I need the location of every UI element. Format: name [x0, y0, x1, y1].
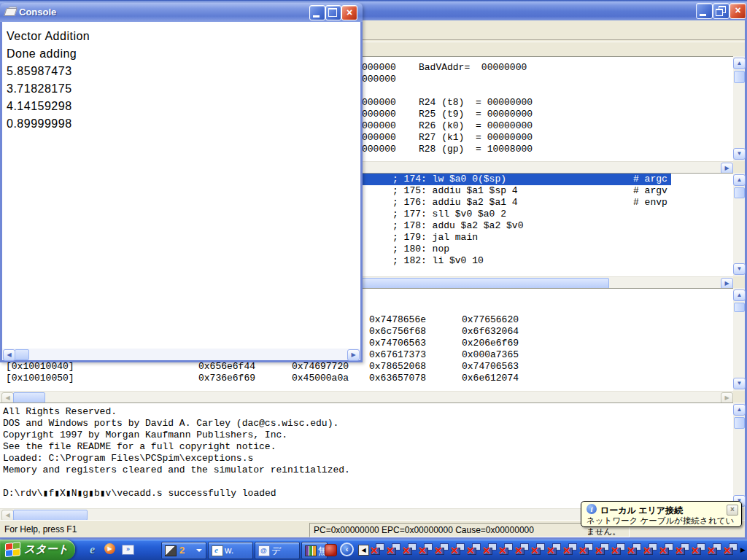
registers-vscrollbar[interactable]: ▲ ▼ — [733, 56, 745, 161]
network-disconnected-icon[interactable]: ✕ — [690, 542, 706, 557]
message-line — [3, 476, 733, 488]
taskbar-button-ie[interactable]: w. — [208, 542, 253, 559]
instruction-text: ; 175: addiu $a1 $sp 4 — [392, 185, 518, 197]
data-row: [0x10010050]0x736e6f690x45000a0a0x636570… — [0, 373, 733, 384]
console-maximize-button[interactable] — [325, 5, 341, 20]
main-restore-button[interactable] — [713, 3, 729, 19]
data-hscroll-thumb[interactable] — [13, 392, 45, 403]
message-line: Loaded: C:\Program Files\PCSpim\exceptio… — [3, 453, 733, 464]
network-disconnected-icon[interactable]: ✕ — [610, 542, 626, 557]
text-vscroll-thumb[interactable] — [734, 187, 745, 198]
desktop: × 000000 BadVAddr= 00000000000000000000 … — [0, 0, 747, 560]
taskbar-group-button-pcspim[interactable]: 2 — [161, 542, 206, 559]
console-minimize-button[interactable] — [309, 5, 325, 20]
scroll-down-icon[interactable]: ▼ — [733, 148, 746, 160]
media-player-icon[interactable]: ▶ — [104, 543, 115, 554]
console-icon — [5, 7, 16, 16]
network-disconnected-icon[interactable]: ✕ — [385, 542, 401, 557]
network-disconnected-icon[interactable]: ✕ — [369, 542, 385, 557]
task-label: デ — [271, 545, 281, 558]
main-close-button[interactable]: × — [729, 3, 746, 19]
scrollbar-corner — [733, 276, 745, 288]
start-button[interactable]: スタート — [0, 540, 75, 560]
network-disconnected-icon[interactable]: ✕ — [706, 542, 722, 557]
console-line: 3.71828175 — [7, 80, 360, 98]
data-word: 0x6f632064 — [462, 326, 519, 338]
messages-vscrollbar[interactable]: ▲ ▼ — [733, 402, 745, 508]
scroll-down-icon[interactable]: ▼ — [733, 378, 746, 389]
instruction-text: ; 180: nop — [392, 244, 449, 255]
scroll-up-icon[interactable]: ▲ — [733, 58, 746, 69]
tray-overflow-icon[interactable]: ▶ — [740, 546, 746, 553]
outlook-express-icon[interactable]: » — [122, 545, 134, 555]
data-word: 0x74706563 — [462, 361, 519, 373]
scrollbar-corner — [733, 391, 745, 402]
data-hscrollbar[interactable]: ◀ ▶ — [0, 391, 733, 403]
tray-hide-icons-chevron[interactable]: ‹ — [340, 542, 354, 556]
network-disconnected-icon[interactable]: ✕ — [642, 542, 658, 557]
scroll-left-icon[interactable]: ◀ — [3, 349, 15, 361]
message-line: D:\rdv\▮f▮X▮N▮g▮b▮v\vecadd.s successfull… — [3, 488, 733, 499]
internet-explorer-icon[interactable]: e — [86, 543, 98, 556]
message-line: Memory and registers cleared and the sim… — [3, 464, 733, 476]
task-label: w. — [225, 545, 233, 556]
taskbar-button-mail[interactable]: デ — [255, 542, 300, 559]
network-disconnected-icon[interactable]: ✕ — [594, 542, 610, 557]
messages-vscroll-thumb[interactable] — [734, 417, 745, 429]
scroll-down-icon[interactable]: ▼ — [733, 263, 746, 275]
main-minimize-button[interactable] — [696, 3, 713, 19]
balloon-close-button[interactable]: × — [727, 505, 738, 516]
group-count: 2 — [179, 545, 185, 556]
data-vscrollbar[interactable]: ▲ ▼ — [733, 288, 745, 391]
network-disconnected-icon[interactable]: ✕ — [674, 542, 690, 557]
scroll-up-icon[interactable]: ▲ — [733, 174, 746, 186]
taskbar-button-app[interactable]: 無 — [301, 542, 328, 559]
status-help-text: For Help, press F1 — [4, 524, 77, 534]
console-line: 0.89999998 — [7, 115, 360, 133]
close-icon: × — [347, 7, 352, 18]
network-disconnected-icon[interactable]: ✕ — [626, 542, 642, 557]
network-disconnected-icon[interactable]: ✕ — [417, 542, 433, 557]
network-disconnected-icon[interactable]: ✕ — [481, 542, 498, 557]
console-window: Console × Vector AdditionDone adding5.85… — [0, 3, 363, 362]
network-disconnected-icon[interactable]: ✕ — [722, 542, 738, 557]
console-hscroll-thumb[interactable] — [15, 349, 29, 360]
messages-hscroll-thumb[interactable] — [13, 510, 88, 521]
scroll-right-icon[interactable]: ▶ — [347, 349, 360, 361]
balloon-text: ネットワーク ケーブルが接続されていません。 — [587, 516, 741, 537]
instruction-text: ; 176: addiu $a2 $a1 4 — [392, 197, 518, 209]
network-disconnected-icon[interactable]: ✕ — [498, 542, 514, 557]
tray-network-icons: ✕✕✕✕✕✕✕✕✕✕✕✕✕✕✕✕✕✕✕✕✕✕✕ — [369, 542, 740, 557]
instruction-comment: # argv — [633, 185, 667, 197]
scroll-up-icon[interactable]: ▲ — [733, 289, 746, 301]
console-hscrollbar[interactable]: ◀ ▶ — [2, 349, 360, 360]
info-icon: i — [587, 504, 597, 514]
data-word: 0x74697720 — [292, 361, 349, 373]
tray-icon-red[interactable] — [325, 544, 337, 556]
network-notification-balloon: i ローカル エリア接続 × ネットワーク ケーブルが接続されていません。 — [581, 501, 742, 527]
network-disconnected-icon[interactable]: ✕ — [401, 542, 417, 557]
tray-ime-icon[interactable]: ◀ — [358, 545, 369, 556]
network-disconnected-icon[interactable]: ✕ — [562, 542, 578, 557]
data-vscroll-thumb[interactable] — [734, 303, 745, 312]
network-disconnected-icon[interactable]: ✕ — [658, 542, 674, 557]
network-disconnected-icon[interactable]: ✕ — [465, 542, 481, 557]
data-word: 0x74706563 — [369, 338, 426, 349]
network-disconnected-icon[interactable]: ✕ — [530, 542, 546, 557]
console-close-button[interactable]: × — [341, 5, 357, 20]
scroll-up-icon[interactable]: ▲ — [733, 404, 746, 416]
network-disconnected-icon[interactable]: ✕ — [546, 542, 562, 557]
network-disconnected-icon[interactable]: ✕ — [433, 542, 449, 557]
data-address: [0x10010040] — [6, 361, 74, 373]
network-disconnected-icon[interactable]: ✕ — [578, 542, 594, 557]
ie-page-icon — [212, 545, 223, 556]
data-word: 0x77656620 — [462, 314, 519, 326]
console-titlebar[interactable]: Console × — [0, 3, 363, 22]
start-label: スタート — [24, 542, 69, 556]
network-disconnected-icon[interactable]: ✕ — [514, 542, 530, 557]
registers-vscroll-thumb[interactable] — [734, 71, 745, 83]
text-vscrollbar[interactable]: ▲ ▼ — [733, 173, 745, 276]
instruction-text: ; 179: jal main — [392, 232, 478, 244]
scrollbar-corner — [733, 161, 745, 173]
network-disconnected-icon[interactable]: ✕ — [449, 542, 465, 557]
